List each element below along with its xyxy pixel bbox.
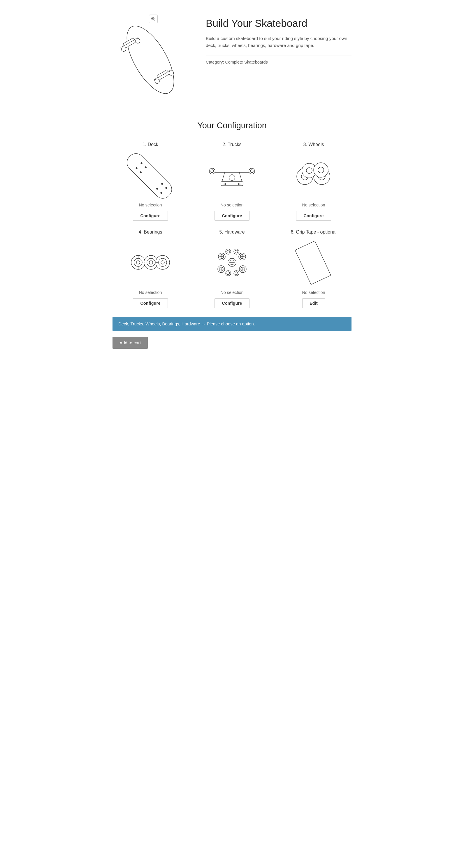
svg-point-41 — [136, 261, 140, 264]
grip-tape-edit-button[interactable]: Edit — [302, 298, 325, 308]
config-item-hardware: 5. Hardware — [194, 229, 270, 308]
hardware-selection: No selection — [220, 290, 243, 295]
hardware-label: 5. Hardware — [219, 229, 244, 235]
trucks-configure-button[interactable]: Configure — [214, 211, 249, 221]
notice-text: Deck, Trucks, Wheels, Bearings, Hardware… — [118, 321, 255, 326]
svg-point-46 — [149, 261, 153, 264]
svg-rect-22 — [211, 170, 253, 172]
config-item-grip-tape: 6. Grip Tape - optional No selection Edi… — [276, 229, 352, 308]
product-header: Build Your Skateboard Build a custom ska… — [112, 6, 352, 115]
configuration-section: Your Configuration 1. Deck — [112, 115, 352, 361]
deck-selection: No selection — [139, 203, 162, 207]
bearings-selection: No selection — [139, 290, 162, 295]
deck-image — [127, 152, 174, 198]
grip-tape-image — [290, 239, 337, 286]
hardware-configure-button[interactable]: Configure — [214, 298, 249, 308]
hardware-image — [209, 239, 255, 286]
wheels-image — [290, 152, 337, 198]
bearings-configure-button[interactable]: Configure — [133, 298, 168, 308]
svg-point-36 — [306, 168, 312, 174]
config-item-bearings: 4. Bearings — [112, 229, 188, 308]
svg-point-38 — [318, 167, 324, 173]
wheels-label: 3. Wheels — [303, 142, 324, 147]
grip-tape-label: 6. Grip Tape - optional — [291, 229, 336, 235]
svg-point-49 — [161, 261, 164, 264]
grip-tape-selection: No selection — [302, 290, 325, 295]
svg-point-79 — [235, 272, 238, 275]
svg-rect-13 — [124, 150, 175, 202]
product-info: Build Your Skateboard Build a custom ska… — [206, 14, 352, 64]
product-image-wrap — [112, 14, 194, 103]
wheels-configure-button[interactable]: Configure — [296, 211, 331, 221]
svg-point-4 — [118, 19, 183, 101]
config-item-trucks: 2. Trucks — [194, 142, 270, 221]
config-item-wheels: 3. Wheels No select — [276, 142, 352, 221]
svg-point-73 — [227, 250, 230, 253]
add-to-cart-button[interactable]: Add to cart — [112, 337, 148, 349]
svg-point-28 — [251, 170, 253, 173]
skateboard-illustration — [112, 18, 194, 103]
config-item-deck: 1. Deck — [112, 142, 188, 221]
bearings-image — [127, 239, 174, 286]
svg-point-29 — [224, 183, 226, 185]
svg-point-75 — [235, 250, 238, 253]
svg-point-30 — [238, 183, 240, 185]
trucks-image — [209, 152, 255, 198]
product-category: Category: Complete Skateboards — [206, 60, 352, 64]
notice-bar: Deck, Trucks, Wheels, Bearings, Hardware… — [112, 317, 352, 331]
deck-configure-button[interactable]: Configure — [133, 211, 168, 221]
trucks-selection: No selection — [220, 203, 243, 207]
svg-point-77 — [227, 272, 230, 275]
config-title: Your Configuration — [112, 121, 352, 130]
deck-label: 1. Deck — [142, 142, 158, 147]
svg-rect-80 — [295, 241, 331, 285]
category-link[interactable]: Complete Skateboards — [225, 60, 268, 64]
product-description: Build a custom skateboard to suit your r… — [206, 35, 352, 49]
config-grid: 1. Deck — [112, 142, 352, 308]
svg-line-1 — [154, 20, 155, 21]
svg-point-27 — [211, 170, 213, 173]
bearings-label: 4. Bearings — [139, 229, 162, 235]
product-title: Build Your Skateboard — [206, 18, 352, 29]
svg-point-24 — [229, 175, 235, 181]
zoom-icon[interactable] — [149, 14, 158, 23]
wheels-selection: No selection — [302, 203, 325, 207]
trucks-label: 2. Trucks — [223, 142, 242, 147]
